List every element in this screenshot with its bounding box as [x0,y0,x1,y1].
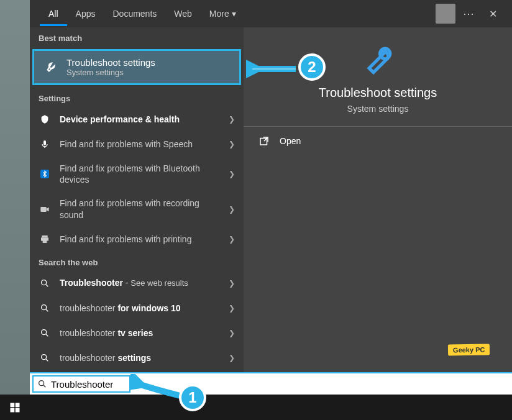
bluetooth-icon [39,168,51,180]
svg-rect-0 [43,140,46,145]
tab-documents[interactable]: Documents [104,1,165,26]
search-tabs: All Apps Documents Web More ▾ ⋯ ✕ [30,0,512,27]
results-list: Best match Troubleshoot settings System … [30,27,244,373]
more-options-icon[interactable]: ⋯ [463,7,474,21]
web-result-3[interactable]: troubleshooter settings ❯ [30,345,244,370]
search-icon [39,327,51,339]
svg-rect-2 [40,207,46,212]
open-icon [258,135,270,147]
chevron-right-icon: ❯ [229,235,235,244]
search-input[interactable] [51,379,126,390]
open-action[interactable]: Open [244,127,512,155]
settings-result-bluetooth[interactable]: Find and fix problems with Bluetooth dev… [30,157,244,191]
svg-point-13 [39,381,44,386]
svg-point-8 [42,329,47,334]
wrench-icon [359,42,396,80]
detail-pane: Troubleshoot settings System settings Op… [244,27,512,373]
svg-rect-14 [11,403,15,407]
web-result-1[interactable]: troubleshooter for windows 10 ❯ [30,296,244,321]
svg-point-6 [42,280,47,285]
svg-rect-3 [42,235,47,237]
chevron-right-icon: ❯ [229,329,235,337]
detail-title: Troubleshoot settings [319,86,437,100]
svg-rect-17 [16,408,20,412]
chevron-right-icon: ❯ [229,279,235,288]
detail-subtitle: System settings [347,104,409,114]
svg-point-7 [42,304,47,309]
search-panel: All Apps Documents Web More ▾ ⋯ ✕ Best m… [30,0,512,373]
settings-result-recording[interactable]: Find and fix problems with recording sou… [30,191,244,226]
svg-rect-16 [11,408,15,412]
svg-rect-15 [16,403,20,407]
chevron-right-icon: ❯ [229,115,235,124]
chevron-down-icon: ▾ [232,9,236,19]
taskbar [0,395,512,420]
tab-more[interactable]: More ▾ [201,1,245,26]
tab-web[interactable]: Web [165,1,201,26]
section-header-web: Search the web [30,252,244,271]
settings-result-speech[interactable]: Find and fix problems with Speech ❯ [30,132,244,157]
svg-rect-5 [43,240,47,243]
user-avatar[interactable] [436,4,455,24]
search-input-container[interactable] [32,375,130,393]
web-result-0[interactable]: Troubleshooter - See web results ❯ [30,271,244,296]
printer-icon [39,233,51,245]
start-button[interactable] [0,395,30,420]
open-label: Open [280,136,301,146]
search-icon [37,379,47,389]
best-match-subtitle: System settings [66,68,155,77]
svg-point-9 [42,354,47,359]
tab-apps[interactable]: Apps [67,1,104,26]
close-button[interactable]: ✕ [484,6,502,22]
chevron-right-icon: ❯ [229,205,235,214]
shield-icon [39,113,51,126]
section-header-best-match: Best match [30,27,244,47]
tab-all[interactable]: All [40,1,67,26]
desktop-background [0,0,30,395]
best-match-result[interactable]: Troubleshoot settings System settings [32,49,241,85]
mic-icon [39,138,51,150]
search-icon [39,302,51,314]
search-icon [39,352,51,364]
camera-icon [39,203,51,216]
chevron-right-icon: ❯ [229,170,235,178]
settings-result-printing[interactable]: Find and fix problems with printing ❯ [30,227,244,252]
wrench-icon [42,58,59,76]
search-icon [39,277,51,290]
search-bar [30,372,512,395]
section-header-settings: Settings [30,88,244,107]
settings-result-device-performance[interactable]: Device performance & health ❯ [30,107,244,132]
web-result-2[interactable]: troubleshooter tv series ❯ [30,321,244,345]
best-match-title: Troubleshoot settings [66,57,155,68]
chevron-right-icon: ❯ [229,354,235,362]
chevron-right-icon: ❯ [229,140,235,148]
chevron-right-icon: ❯ [229,304,235,313]
